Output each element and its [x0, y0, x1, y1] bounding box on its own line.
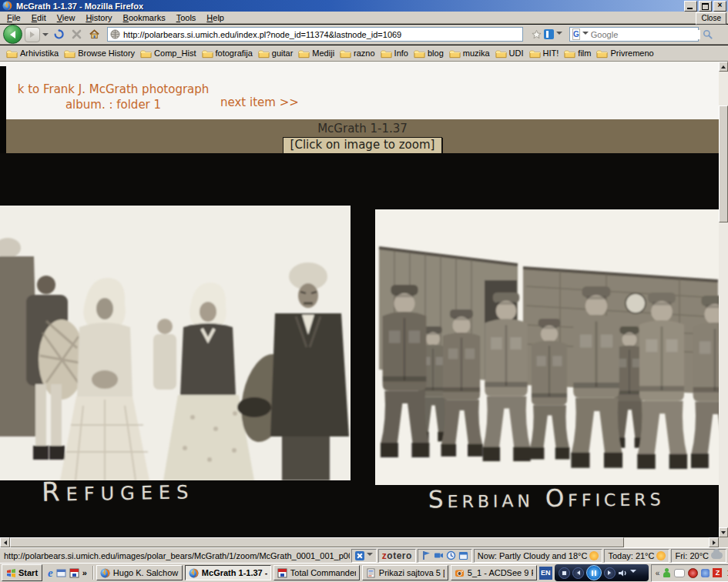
next-item-link[interactable]: next item >>: [220, 95, 299, 109]
restore-button[interactable]: [699, 1, 712, 12]
search-input[interactable]: [591, 30, 700, 39]
bookmark-item-arhivistika[interactable]: Arhivistika: [4, 48, 61, 59]
media-previous-button[interactable]: [572, 567, 584, 579]
bookmark-item-hit[interactable]: HIT!: [527, 48, 562, 59]
close-button[interactable]: ×: [713, 1, 726, 12]
zotero-button[interactable]: zotero: [378, 549, 416, 563]
scroll-up-button[interactable]: [719, 62, 728, 72]
firefox-logo-icon: [2, 1, 13, 11]
task-hugo-salchow[interactable]: Hugo K. Salchow paper...: [96, 565, 183, 580]
language-indicator[interactable]: EN: [539, 567, 552, 580]
history-dropdown-arrow[interactable]: [42, 33, 49, 39]
bookmark-item-mediji[interactable]: Mediji: [296, 48, 337, 59]
volume-icon[interactable]: [618, 568, 628, 578]
menu-help[interactable]: Help: [201, 12, 230, 23]
weather-now[interactable]: Now: Partly Cloudy and 18°C: [474, 549, 603, 563]
home-button[interactable]: [86, 27, 102, 42]
album-photo[interactable]: Refugees Serbian Officers: [0, 153, 719, 537]
window-app-icon[interactable]: [56, 568, 66, 578]
vertical-scroll-thumb[interactable]: [719, 105, 728, 222]
menu-view[interactable]: View: [52, 12, 81, 23]
search-engine-dropdown[interactable]: [582, 32, 589, 38]
scroll-right-button[interactable]: [709, 537, 719, 547]
horizontal-scroll-thumb[interactable]: [10, 537, 624, 547]
blue-app-tray-icon[interactable]: [701, 569, 710, 577]
bookmark-star-icon[interactable]: [532, 29, 542, 39]
bookmark-item-info[interactable]: Info: [378, 48, 411, 59]
media-pause-button[interactable]: [586, 565, 602, 580]
folder-icon: [202, 48, 213, 59]
weather-friday[interactable]: Fri: 20°C: [671, 549, 726, 563]
start-button[interactable]: Start: [2, 564, 42, 581]
scroll-down-button[interactable]: [719, 527, 728, 537]
reload-button[interactable]: [51, 27, 66, 42]
windows-logo-icon: [6, 568, 16, 578]
folder-icon: [449, 48, 461, 59]
task-mcgrath[interactable]: McGrath 1-1.37 - Mo...: [185, 565, 271, 580]
back-button[interactable]: [3, 25, 22, 44]
menu-edit[interactable]: Edit: [26, 12, 52, 23]
bookmark-item-blog[interactable]: blog: [411, 48, 446, 59]
title-bar[interactable]: McGrath 1-1.37 - Mozilla Firefox ×: [0, 0, 728, 12]
media-next-button[interactable]: [604, 567, 616, 579]
bookmark-item-fotografija[interactable]: fotografija: [200, 48, 255, 59]
horizontal-scrollbar[interactable]: [0, 537, 719, 547]
tray-expand-chevron[interactable]: «: [656, 569, 660, 577]
x-extension-dropdown[interactable]: [367, 553, 373, 559]
close-sidebar-button[interactable]: Close: [696, 12, 726, 25]
folder-icon: [258, 48, 270, 59]
video-camera-icon[interactable]: [434, 550, 444, 560]
flag-icon[interactable]: [421, 550, 431, 560]
bookmark-item-film[interactable]: film: [562, 48, 593, 59]
serbian-officers-photo[interactable]: [375, 209, 719, 485]
task-total-commander[interactable]: Total Commander 6.02 ...: [273, 565, 360, 580]
url-input[interactable]: [123, 30, 520, 39]
menu-history[interactable]: History: [80, 12, 117, 23]
weather-today[interactable]: Today: 21°C: [604, 549, 669, 563]
volume-dropdown[interactable]: [630, 570, 636, 576]
stop-button[interactable]: [69, 27, 84, 42]
bookmark-item-muzika[interactable]: muzika: [447, 48, 492, 59]
menu-bookmarks[interactable]: Bookmarks: [118, 12, 171, 23]
back-to-album-link[interactable]: k to Frank J. McGrath photograph album. …: [9, 82, 217, 112]
bookmark-dropdown-arrow[interactable]: [556, 32, 562, 38]
cloud-icon: [711, 552, 723, 559]
task-acdsee[interactable]: 5_1 - ACDSee 9 Photo ...: [451, 565, 537, 580]
menu-file[interactable]: File: [2, 12, 26, 23]
bookmark-item-udi[interactable]: UDI: [493, 48, 526, 59]
delicious-tag-icon[interactable]: [544, 29, 554, 39]
internet-explorer-icon[interactable]: e: [48, 567, 53, 578]
vertical-scrollbar[interactable]: [719, 62, 728, 537]
scroll-left-button[interactable]: [0, 537, 10, 547]
system-tray: « Z 13:43: [651, 564, 728, 582]
total-commander-icon: [277, 568, 287, 578]
red-status-tray-icon[interactable]: [688, 568, 698, 578]
chevron-left-icon: [10, 31, 15, 38]
firefox-icon: [100, 568, 110, 578]
refugees-photo[interactable]: [0, 206, 351, 480]
forward-button[interactable]: [25, 27, 40, 42]
media-stop-button[interactable]: [559, 567, 570, 579]
bookmark-item-comp-hist[interactable]: Comp_Hist: [138, 48, 198, 59]
zoom-hint-label[interactable]: [Click on image to zoom]: [283, 137, 443, 154]
task-prikazi-sajtova[interactable]: Prikazi sajtova 5 [Comp...: [362, 565, 448, 580]
google-logo-icon: G: [572, 28, 580, 40]
messenger-tray-icon[interactable]: [663, 568, 671, 577]
search-icon[interactable]: [703, 29, 713, 39]
bookmark-item-guitar[interactable]: guitar: [256, 48, 296, 59]
chat-bubble-tray-icon[interactable]: [674, 569, 685, 577]
minimize-button[interactable]: [684, 1, 697, 12]
folder-icon: [64, 48, 75, 59]
calendar-icon[interactable]: [458, 550, 468, 560]
bookmarks-toolbar: Arhivistika Browse History Comp_Hist fot…: [0, 45, 728, 62]
zonealarm-tray-icon[interactable]: Z: [713, 568, 722, 577]
clock-icon[interactable]: [446, 550, 456, 560]
caption-refugees: Refugees: [42, 473, 195, 507]
bookmark-item-razno[interactable]: razno: [337, 48, 377, 59]
bookmark-item-privremeno[interactable]: Privremeno: [594, 48, 656, 59]
total-commander-icon[interactable]: [69, 568, 79, 578]
quick-launch-overflow[interactable]: »: [82, 568, 87, 577]
bookmark-item-browse-history[interactable]: Browse History: [62, 48, 137, 59]
menu-tools[interactable]: Tools: [171, 12, 202, 23]
statusbar-extension-x[interactable]: [351, 549, 377, 563]
